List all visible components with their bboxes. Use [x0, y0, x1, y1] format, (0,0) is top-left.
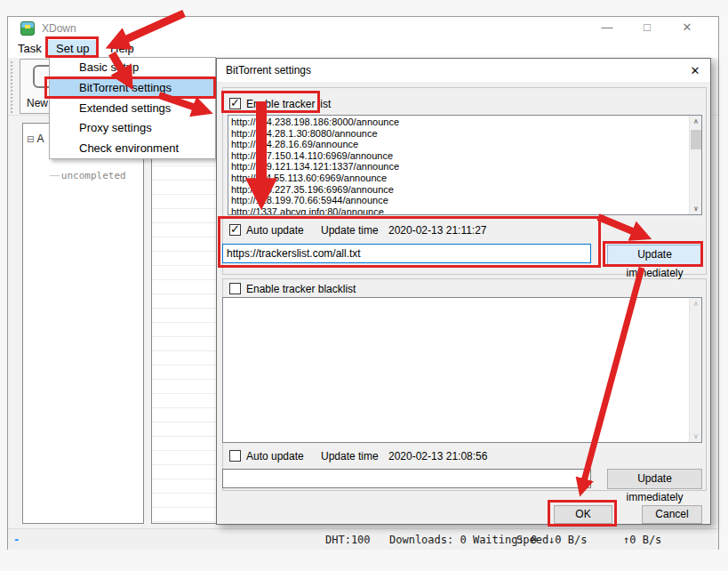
scroll-down-icon[interactable]: ∨ — [690, 430, 702, 442]
blacklist-update-time-label: Update time — [321, 450, 379, 462]
dialog-titlebar: BitTorrent settings ✕ — [217, 59, 710, 82]
toolbar-gripper — [11, 61, 12, 113]
bittorrent-settings-dialog: BitTorrent settings ✕ ✓ Enable tracker l… — [216, 58, 711, 525]
close-icon[interactable]: ✕ — [673, 19, 701, 36]
tracker-url-row: http://128.199.70.66:5944/announce — [231, 195, 399, 206]
window-titlebar: XDown — □ ✕ — [8, 17, 718, 40]
tracker-url-row: http://104.28.1.30:8080/announce — [231, 128, 399, 140]
minimize-icon[interactable]: — — [593, 19, 621, 36]
tracker-url-row: http://104.238.198.186:8000/announce — [231, 117, 399, 128]
tracker-update-time-value: 2020-02-13 21:11:27 — [388, 224, 487, 237]
blacklist-auto-update-label: Auto update — [246, 450, 304, 462]
tracker-url-row: http://104.28.16.69/announce — [231, 139, 399, 150]
menu-item-extended-settings[interactable]: Extended settings — [50, 99, 215, 119]
setup-dropdown-menu: Basic setup BitTorrent settings Extended… — [49, 57, 216, 159]
menu-bar: Task Set up Help — [8, 40, 718, 58]
blacklist-auto-update-checkbox[interactable] — [229, 450, 241, 462]
tracker-auto-update-checkbox[interactable]: ✓ — [229, 224, 241, 236]
screenshot-canvas: XDown — □ ✕ Task Set up Help New ⊟A unco… — [0, 0, 728, 571]
blacklist-update-time-value: 2020-02-13 21:08:56 — [388, 450, 487, 462]
statusbar-speed-down: Speed↓0 B/s — [516, 534, 587, 546]
ok-button[interactable]: OK — [554, 505, 612, 524]
checkmark-icon: ✓ — [230, 222, 240, 236]
tracker-url-row: http://1337.abcvg.info:80/announce — [231, 206, 399, 215]
enable-tracker-blacklist-checkbox[interactable] — [229, 283, 241, 294]
dialog-close-icon[interactable]: ✕ — [686, 62, 704, 80]
tracker-url-list[interactable]: http://104.238.198.186:8000/announce htt… — [228, 115, 702, 215]
blacklist-scrollbar[interactable]: ∧ ∨ — [689, 298, 701, 442]
enable-tracker-list-checkbox[interactable]: ✓ — [229, 98, 241, 109]
cancel-button[interactable]: Cancel — [642, 505, 702, 524]
maximize-icon[interactable]: □ — [633, 19, 661, 36]
menu-item-bittorrent-settings[interactable]: BitTorrent settings — [50, 78, 215, 99]
xdown-app-icon — [20, 21, 35, 36]
status-bar: - DHT:100 Downloads: 0 Waiting: 0 Speed↓… — [8, 528, 718, 550]
tracker-auto-update-label: Auto update — [246, 224, 304, 237]
blacklist-update-immediately-button[interactable]: Update immediately — [607, 469, 702, 489]
scroll-up-icon[interactable]: ∧ — [690, 116, 702, 127]
menu-item-check-environment[interactable]: Check environment — [50, 139, 215, 159]
menu-item-basic-setup[interactable]: Basic setup — [50, 58, 215, 78]
statusbar-mark: - — [13, 534, 20, 546]
tree-root-item[interactable]: ⊟A — [27, 133, 44, 145]
tracker-blacklist-textarea[interactable]: ∧ ∨ — [222, 297, 702, 443]
task-list-panel[interactable] — [151, 123, 217, 524]
tracker-source-url-input[interactable] — [222, 244, 591, 263]
tree-item-uncompleted[interactable]: uncompleted — [50, 170, 126, 181]
menu-item-proxy-settings[interactable]: Proxy settings — [50, 118, 215, 139]
enable-tracker-list-label: Enable tracker list — [246, 98, 331, 110]
menu-task[interactable]: Task — [10, 40, 50, 58]
statusbar-dht: DHT:100 — [325, 534, 371, 546]
menu-help[interactable]: Help — [102, 40, 142, 58]
tree-expander-icon[interactable]: ⊟ — [27, 134, 34, 144]
menu-set-up[interactable]: Set up — [48, 40, 98, 58]
window-title: XDown — [42, 22, 76, 35]
scroll-down-icon[interactable]: ∨ — [690, 203, 702, 214]
enable-tracker-blacklist-label: Enable tracker blacklist — [246, 283, 356, 295]
tracker-url-row: http://114.55.113.60:6969/announce — [231, 173, 399, 184]
tracker-update-immediately-button[interactable]: Update immediately — [607, 245, 702, 265]
scrollbar-thumb[interactable] — [691, 130, 701, 149]
tracker-update-time-label: Update time — [321, 224, 379, 237]
task-tree-panel[interactable]: ⊟A uncompleted — [22, 123, 144, 524]
statusbar-downloads: Downloads: 0 Waiting: 0 — [389, 534, 537, 546]
tracker-url-row: http://109.121.134.121:1337/announce — [231, 161, 399, 173]
tracker-list-scrollbar[interactable]: ∧ ∨ — [689, 116, 701, 214]
tracker-url-row: http://107.150.14.110:6969/announce — [231, 150, 399, 162]
tracker-urls: http://104.238.198.186:8000/announce htt… — [231, 117, 399, 215]
scroll-up-icon[interactable]: ∧ — [690, 298, 702, 310]
tree-root-label: A — [36, 133, 44, 145]
checkmark-icon: ✓ — [230, 96, 240, 109]
dialog-title: BitTorrent settings — [226, 64, 311, 76]
statusbar-speed-up: ↑0 B/s — [623, 534, 661, 546]
tracker-url-row: http://125.227.35.196:6969/announce — [231, 184, 399, 196]
blacklist-source-url-input[interactable] — [222, 469, 591, 488]
